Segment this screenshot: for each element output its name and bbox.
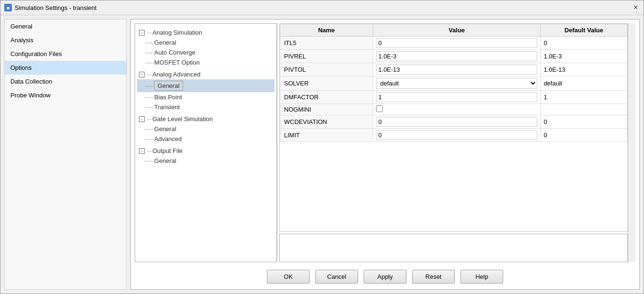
- tree-label-analog-simulation: Analog Simulation: [152, 29, 202, 36]
- content-area: General Analysis Configuration Files Opt…: [0, 15, 644, 294]
- scrollbar[interactable]: [628, 23, 635, 262]
- tree-gate-level-sim[interactable]: - ···· Gate Level Simulation: [137, 114, 275, 124]
- table-row: ITL50: [280, 37, 627, 50]
- tree-analog-simulation[interactable]: - ···· Analog Simulation: [137, 28, 275, 38]
- cancel-button[interactable]: Cancel: [315, 270, 358, 284]
- tree-transient[interactable]: ······· Transient: [137, 102, 275, 112]
- tree-output-file[interactable]: - ···· Output File: [137, 146, 275, 156]
- col-header-name: Name: [280, 24, 373, 37]
- settings-table: Name Value Default Value ITL50PIVREL1.0E…: [280, 24, 627, 142]
- input-limit[interactable]: [376, 130, 538, 140]
- tree-output-file-general[interactable]: ······· General: [137, 156, 275, 166]
- checkbox-nogmini[interactable]: [376, 105, 383, 112]
- select-solver[interactable]: defaultsparsedense: [376, 78, 538, 89]
- input-pivrel[interactable]: [376, 51, 538, 61]
- row-default-dmfactor: 1: [541, 91, 627, 104]
- table-row: PIVTOL1.0E-13: [280, 63, 627, 76]
- tree-label-output-file-general: General: [154, 157, 176, 164]
- apply-button[interactable]: Apply: [364, 270, 406, 284]
- tree-label-transient: Transient: [154, 104, 180, 111]
- tree-analog-advanced[interactable]: - ···· Analog Advanced: [137, 69, 275, 79]
- sidebar-item-analysis[interactable]: Analysis: [5, 33, 126, 47]
- row-name-nogmini: NOGMINI: [280, 104, 373, 115]
- row-name-solver: SOLVER: [280, 76, 373, 91]
- tree-auto-converge[interactable]: ······· Auto Converge: [137, 47, 275, 57]
- row-value-pivtol[interactable]: [373, 63, 541, 76]
- col-header-value: Value: [373, 24, 541, 37]
- row-value-wcdeviation[interactable]: [373, 115, 541, 129]
- tree-label-analog-sim-general: General: [154, 39, 176, 46]
- sidebar: General Analysis Configuration Files Opt…: [4, 19, 127, 290]
- table-row: WCDEVIATION0: [280, 115, 627, 129]
- tree-label-auto-converge: Auto Converge: [154, 49, 195, 56]
- col-header-default: Default Value: [541, 24, 627, 37]
- tree-gate-level-general[interactable]: ······· General: [137, 124, 275, 134]
- ok-button[interactable]: OK: [267, 270, 310, 284]
- row-default-nogmini: [541, 104, 627, 115]
- tree-label-bias-point: Bias Point: [154, 94, 182, 101]
- app-icon: ■: [4, 4, 12, 11]
- row-default-wcdeviation: 0: [541, 115, 627, 129]
- row-default-itl5: 0: [541, 37, 627, 50]
- row-value-itl5[interactable]: [373, 37, 541, 50]
- table-row: DMFACTOR1: [280, 91, 627, 104]
- main-panel: - ···· Analog Simulation ······· General…: [130, 19, 640, 290]
- row-value-dmfactor[interactable]: [373, 91, 541, 104]
- main-window: ■ Simulation Settings - transient × Gene…: [0, 0, 644, 294]
- sidebar-item-data-collection[interactable]: Data Collection: [5, 75, 126, 88]
- row-default-solver: default: [541, 76, 627, 91]
- collapse-icon-output-file[interactable]: -: [139, 148, 145, 154]
- row-value-pivrel[interactable]: [373, 50, 541, 63]
- tree-label-analog-advanced: Analog Advanced: [152, 71, 200, 78]
- input-wcdeviation[interactable]: [376, 117, 538, 127]
- collapse-icon-analog-sim[interactable]: -: [139, 30, 145, 36]
- input-pivtol[interactable]: [376, 65, 538, 75]
- sidebar-item-probe-window[interactable]: Probe Window: [5, 88, 126, 102]
- table-row: LIMIT0: [280, 129, 627, 142]
- row-value-solver[interactable]: defaultsparsedense: [373, 76, 541, 91]
- row-name-itl5: ITL5: [280, 37, 373, 50]
- reset-button[interactable]: Reset: [412, 270, 455, 284]
- tree-label-analog-adv-general: General: [154, 81, 183, 91]
- tree-advanced[interactable]: ······· Advanced: [137, 134, 275, 144]
- collapse-icon-gate-level[interactable]: -: [139, 116, 145, 122]
- table-row: PIVREL1.0E-3: [280, 50, 627, 63]
- tree-label-output-file: Output File: [152, 147, 183, 154]
- row-name-dmfactor: DMFACTOR: [280, 91, 373, 104]
- tree-panel: - ···· Analog Simulation ······· General…: [135, 23, 277, 262]
- row-value-nogmini[interactable]: [373, 104, 541, 115]
- row-value-limit[interactable]: [373, 129, 541, 142]
- tree-analog-sim-general[interactable]: ······· General: [137, 38, 275, 47]
- tree-label-gate-level-sim: Gate Level Simulation: [152, 115, 212, 123]
- row-default-limit: 0: [541, 129, 627, 142]
- input-dmfactor[interactable]: [376, 92, 538, 102]
- sidebar-item-general[interactable]: General: [5, 19, 126, 33]
- window-title: Simulation Settings - transient: [15, 4, 97, 11]
- input-itl5[interactable]: [376, 38, 538, 48]
- description-box: [279, 234, 628, 262]
- tree-mosfet-option[interactable]: ······· MOSFET Option: [137, 57, 275, 67]
- icon-symbol: ■: [7, 5, 9, 10]
- tree-bias-point[interactable]: ······· Bias Point: [137, 92, 275, 102]
- buttons-bar: OK Cancel Apply Reset Help: [135, 266, 635, 285]
- tree-label-mosfet-option: MOSFET Option: [154, 59, 200, 66]
- titlebar: ■ Simulation Settings - transient ×: [0, 0, 644, 15]
- row-default-pivtol: 1.0E-13: [541, 63, 627, 76]
- panel-body: - ···· Analog Simulation ······· General…: [135, 23, 635, 262]
- row-name-limit: LIMIT: [280, 129, 373, 142]
- close-button[interactable]: ×: [632, 3, 640, 12]
- row-default-pivrel: 1.0E-3: [541, 50, 627, 63]
- sidebar-item-configuration-files[interactable]: Configuration Files: [5, 47, 126, 61]
- data-table: Name Value Default Value ITL50PIVREL1.0E…: [279, 23, 628, 232]
- row-name-wcdeviation: WCDEVIATION: [280, 115, 373, 129]
- tree-label-advanced: Advanced: [154, 135, 182, 142]
- tree-analog-adv-general[interactable]: ······· General: [137, 79, 275, 92]
- tree-label-gate-level-general: General: [154, 125, 176, 133]
- row-name-pivrel: PIVREL: [280, 50, 373, 63]
- help-button[interactable]: Help: [460, 270, 503, 284]
- table-row: SOLVERdefaultsparsedensedefault: [280, 76, 627, 91]
- row-name-pivtol: PIVTOL: [280, 63, 373, 76]
- table-row: NOGMINI: [280, 104, 627, 115]
- collapse-icon-analog-adv[interactable]: -: [139, 72, 145, 77]
- sidebar-item-options[interactable]: Options: [5, 61, 126, 75]
